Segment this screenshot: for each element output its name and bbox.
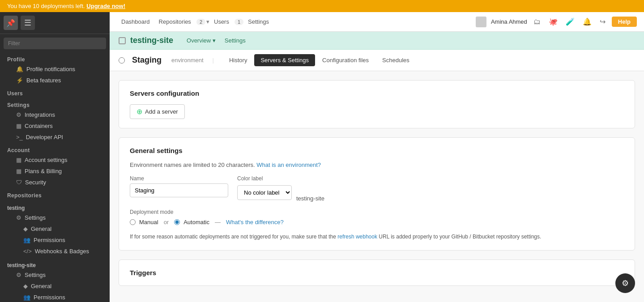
menu-button[interactable]: ☰ — [21, 16, 35, 30]
what-is-environment-link[interactable]: What is an environment? — [256, 162, 321, 168]
env-divider: | — [213, 57, 214, 64]
add-server-label: Add a server — [145, 108, 178, 115]
deployment-mode-group: Deployment mode Manual or Automatic — Wh… — [130, 209, 624, 225]
dash-text: — — [215, 219, 221, 225]
general-settings-card: General settings Environment names are l… — [119, 137, 635, 251]
sidebar-item-label: General — [31, 283, 51, 289]
project-header: testing-site Overview ▾ Settings — [110, 32, 644, 50]
environment-radio[interactable] — [119, 57, 125, 64]
plus-circle-icon: ⊕ — [136, 107, 142, 116]
sidebar-item-beta-features[interactable]: ⚡ Beta features — [0, 75, 110, 86]
sidebar-label-testing-site: testing-site — [0, 259, 110, 269]
upgrade-banner: You have 10 deployments left. Upgrade no… — [0, 0, 644, 12]
project-overview-link[interactable]: Overview ▾ — [182, 35, 220, 46]
manual-radio[interactable] — [130, 219, 136, 225]
sidebar-item-label: Settings — [25, 272, 46, 278]
nav-dashboard[interactable]: Dashboard — [117, 17, 154, 27]
automatic-radio[interactable] — [174, 219, 180, 225]
environment-tabs: History Servers & Settings Configuration… — [223, 54, 416, 66]
triggers-title: Triggers — [130, 269, 624, 276]
tab-configuration-files[interactable]: Configuration files — [316, 54, 375, 66]
sidebar-item-testing-site-permissions[interactable]: 👥 Permissions — [0, 292, 110, 302]
nav-repositories[interactable]: Repositories — [154, 17, 196, 27]
servers-config-title: Servers configuration — [130, 89, 624, 97]
sidebar-item-label: Profile notifications — [26, 66, 75, 72]
sidebar-item-account-settings[interactable]: ▦ Account settings — [0, 154, 110, 166]
github-button[interactable]: 🐙 — [547, 16, 559, 28]
sidebar-item-developer-api[interactable]: >_ Developer API — [0, 132, 110, 143]
general-card-body: General settings Environment names are l… — [119, 138, 635, 250]
tab-schedules[interactable]: Schedules — [376, 54, 416, 66]
api-icon: >_ — [16, 134, 23, 140]
permissions-icon: 👥 — [23, 237, 30, 243]
flask-button[interactable]: 🧪 — [564, 16, 576, 28]
billing-icon: ▦ — [16, 168, 21, 174]
general-icon: ◆ — [23, 225, 28, 232]
sidebar-item-label: Beta features — [26, 77, 61, 84]
permissions-icon: 👥 — [23, 294, 30, 301]
whats-difference-link[interactable]: What's the difference? — [226, 219, 284, 225]
sidebar-item-testing-settings[interactable]: ⚙ Settings — [0, 212, 110, 223]
name-form-group: Name — [130, 175, 228, 197]
tab-history[interactable]: History — [223, 54, 253, 66]
bell-button[interactable]: 🔔 — [581, 16, 593, 28]
triggers-card: Triggers — [119, 259, 635, 286]
nav-settings[interactable]: Settings — [243, 17, 273, 27]
project-settings-link[interactable]: Settings — [220, 35, 250, 46]
general-settings-title: General settings — [130, 147, 624, 154]
sidebar-section-settings: Settings ⚙ Integrations ▦ Containers >_ … — [0, 98, 110, 144]
manual-label: Manual — [139, 219, 158, 225]
add-server-button[interactable]: ⊕ Add a server — [130, 104, 185, 119]
color-select[interactable]: No color label — [237, 185, 292, 200]
nav-users[interactable]: Users — [209, 17, 234, 27]
sidebar-item-integrations[interactable]: ⚙ Integrations — [0, 109, 110, 120]
sidebar-item-testing-site-general[interactable]: ◆ General — [0, 281, 110, 292]
sidebar-item-containers[interactable]: ▦ Containers — [0, 120, 110, 132]
containers-icon: ▦ — [16, 123, 21, 129]
sidebar-item-label: Settings — [25, 214, 46, 221]
repos-count-badge: 2 — [196, 19, 205, 25]
sidebar-item-testing-webhooks[interactable]: </> Webhooks & Badges — [0, 246, 110, 257]
desc-text: Environment names are limited to 20 char… — [130, 162, 255, 168]
environment-name: Staging — [132, 55, 162, 65]
repos-dropdown-icon[interactable]: ▾ — [206, 18, 209, 25]
project-name: testing-site — [130, 36, 173, 45]
credit-card-button[interactable]: 🗂 — [532, 16, 542, 28]
color-label: Color label — [237, 175, 324, 182]
sidebar-label-settings: Settings — [0, 99, 110, 109]
environment-header: Staging environment | History Servers & … — [110, 50, 644, 71]
top-navigation: Dashboard Repositories 2 ▾ Users 1 Setti… — [110, 12, 644, 32]
radio-group: Manual or Automatic — What's the differe… — [130, 219, 624, 225]
refresh-webhook-link[interactable]: refresh webhook — [337, 234, 377, 240]
nav-repositories-group: Repositories 2 ▾ — [154, 17, 209, 27]
signout-button[interactable]: ↪ — [598, 16, 607, 28]
general-icon: ◆ — [23, 283, 28, 289]
project-checkbox[interactable] — [119, 37, 126, 44]
sidebar-section-account: Account ▦ Account settings ▦ Plans & Bil… — [0, 144, 110, 189]
sidebar-item-testing-permissions[interactable]: 👥 Permissions — [0, 234, 110, 246]
help-button[interactable]: Help — [612, 17, 637, 27]
sidebar-section-testing-site: testing-site ⚙ Settings ◆ General 👥 Perm… — [0, 258, 110, 302]
sidebar-item-security[interactable]: 🛡 Security — [0, 177, 110, 188]
site-name-label: testing-site — [296, 195, 324, 202]
sidebar-filter-input[interactable] — [4, 38, 106, 49]
sidebar-item-label: Permissions — [34, 237, 65, 243]
pin-button[interactable]: 📌 — [4, 16, 18, 30]
sidebar-item-plans-billing[interactable]: ▦ Plans & Billing — [0, 166, 110, 177]
integrations-icon: ⚙ — [16, 111, 21, 118]
sidebar-item-testing-general[interactable]: ◆ General — [0, 223, 110, 234]
sidebar-item-testing-site-settings[interactable]: ⚙ Settings — [0, 269, 110, 281]
banner-text: You have 10 deployments left. — [7, 3, 85, 9]
upgrade-link[interactable]: Upgrade now! — [86, 3, 125, 9]
tab-servers-settings[interactable]: Servers & Settings — [254, 54, 315, 66]
main-scroll-area: Servers configuration ⊕ Add a server Gen… — [110, 71, 644, 302]
user-name: Amina Ahmed — [491, 18, 527, 25]
sidebar-header: 📌 ☰ — [0, 12, 110, 34]
main-content: Dashboard Repositories 2 ▾ Users 1 Setti… — [110, 12, 644, 302]
support-button[interactable]: ⚙ — [615, 273, 635, 293]
deployment-mode-label: Deployment mode — [130, 209, 624, 215]
sidebar-item-label: Webhooks & Badges — [35, 248, 89, 255]
name-input[interactable] — [130, 183, 228, 197]
sidebar-item-profile-notifications[interactable]: 🔔 Profile notifications — [0, 64, 110, 75]
support-icon: ⚙ — [622, 278, 629, 288]
